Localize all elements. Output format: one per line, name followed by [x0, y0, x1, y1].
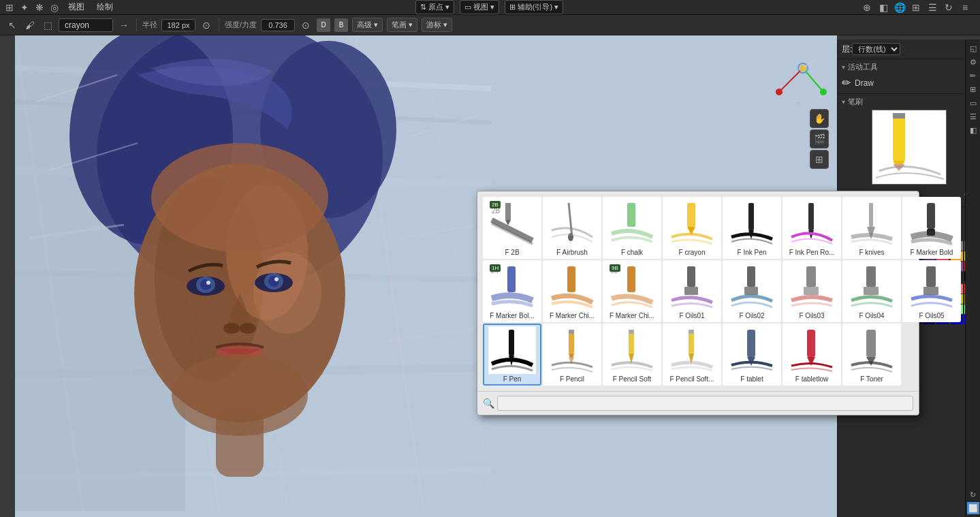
brush-item[interactable]: F tabletlow — [783, 324, 841, 386]
top-right-icon-5[interactable]: ☰ — [926, 1, 939, 14]
menu-icon-3[interactable]: ❋ — [33, 1, 46, 14]
rcol-icon-6[interactable]: ☰ — [967, 110, 979, 123]
svg-point-28 — [268, 276, 279, 287]
brush-item[interactable]: F Ink Pen — [723, 197, 781, 259]
camera-btn[interactable]: 🎬 — [810, 129, 829, 148]
cursor-icon[interactable]: ↖ — [5, 18, 19, 32]
svg-point-21 — [151, 143, 328, 252]
brush-item[interactable]: F Marker Bold — [902, 197, 961, 259]
svg-text:Y: Y — [796, 100, 800, 107]
brush-item[interactable]: F chalk — [603, 197, 661, 259]
rcol-icon-1[interactable]: ◱ — [967, 42, 979, 54]
d-icon-2[interactable]: B — [334, 18, 348, 32]
svg-point-46 — [820, 89, 827, 95]
radius-icon[interactable]: ⊙ — [200, 18, 213, 32]
rcol-icon-7[interactable]: ◧ — [967, 124, 979, 136]
brush-panel: 2B 2BF 2B F Airbrush F chalk F crayon F … — [477, 191, 919, 416]
brush-item[interactable]: F Pencil — [543, 324, 601, 386]
layer-header: 层: 行数(线) ▾ — [838, 40, 980, 59]
brush-item[interactable]: F Oils02 — [723, 260, 781, 322]
brush-item-label: F crayon — [665, 249, 718, 256]
strength-value[interactable]: 0.736 — [261, 19, 295, 31]
rcol-icon-bottom-1[interactable]: ↻ — [967, 488, 979, 501]
layer-select[interactable]: 行数(线) — [852, 43, 900, 55]
brush-item[interactable]: F tablet — [723, 324, 781, 386]
brush-item[interactable]: F Airbrush — [543, 197, 601, 259]
brush-item[interactable]: F Oils04 — [842, 260, 901, 322]
rcol-icon-4[interactable]: ⊞ — [967, 83, 979, 95]
svg-rect-58 — [505, 203, 511, 220]
brush-item[interactable]: F Oils03 — [783, 260, 841, 322]
menu-icon-4[interactable]: ◎ — [48, 1, 61, 14]
brush-item[interactable]: F crayon — [663, 197, 721, 259]
cursor-btn[interactable]: 游标 ▾ — [422, 18, 452, 32]
brush-item[interactable]: F Oils01 — [663, 260, 721, 322]
advanced-btn[interactable]: 高级 ▾ — [352, 18, 383, 32]
brush-thumbnail — [848, 326, 896, 374]
rcol-icon-5[interactable]: ▭ — [967, 97, 979, 109]
svg-rect-98 — [864, 287, 879, 295]
brush-item[interactable]: 9B 9BF Marker Chi... — [603, 260, 661, 322]
svg-rect-92 — [744, 287, 758, 295]
origin-dropdown[interactable]: ⇅ 原点 ▾ — [415, 0, 454, 14]
brush-search-input[interactable] — [497, 396, 913, 411]
menu-icon-1[interactable]: ⊞ — [3, 1, 16, 14]
brush-mode-icon[interactable]: 🖌 — [23, 18, 37, 32]
brush-item-label: F Oils04 — [845, 312, 898, 319]
divider-2 — [219, 18, 219, 32]
brush-item[interactable]: 2B 2BF 2B — [483, 197, 541, 259]
brush-item-label: F Ink Pen Ro... — [785, 249, 838, 256]
brush-item[interactable]: F Pencil Soft... — [663, 324, 721, 386]
top-right-icon-2[interactable]: ◧ — [876, 1, 890, 14]
svg-rect-51 — [893, 113, 905, 119]
rcol-icon-bottom-2[interactable]: ⬜ — [967, 502, 979, 514]
svg-point-44 — [776, 89, 783, 95]
svg-rect-95 — [804, 287, 819, 295]
brush-thumbnail — [788, 326, 836, 374]
brush-item[interactable]: F Pencil Soft — [603, 324, 661, 386]
active-tools-header[interactable]: ▾ 活动工具 — [842, 62, 976, 72]
guide-dropdown[interactable]: ⊞ 辅助(引导) ▾ — [505, 0, 563, 14]
view-icon: ▭ — [464, 3, 471, 12]
top-right-icon-4[interactable]: ⊞ — [909, 1, 923, 14]
brush-section-header[interactable]: ▾ 笔刷 — [842, 97, 976, 107]
active-tools-arrow: ▾ — [842, 63, 845, 71]
tool-select-icon[interactable]: ⬚ — [41, 18, 54, 32]
brush-item-label: F Oils02 — [725, 312, 778, 319]
grid-btn[interactable]: ⊞ — [810, 150, 829, 169]
top-right-icon-1[interactable]: ⊕ — [860, 1, 874, 14]
top-right-icon-7[interactable]: ≡ — [958, 1, 972, 14]
top-right-icon-3[interactable]: 🌐 — [893, 1, 906, 14]
radius-label: 半径 — [142, 20, 157, 30]
pan-btn[interactable]: ✋ — [810, 109, 829, 128]
d-icon-1[interactable]: D — [317, 18, 330, 32]
guide-chevron: ▾ — [554, 3, 558, 12]
rcol-icon-3[interactable]: ✏ — [967, 69, 979, 82]
menu-icon-2[interactable]: ✦ — [18, 1, 31, 14]
strength-icon[interactable]: ⊙ — [299, 18, 313, 32]
brush-btn[interactable]: 笔画 ▾ — [387, 18, 417, 32]
second-toolbar: ↖ 🖌 ⬚ crayon → 半径 182 px ⊙ 强度/力度 0.736 ⊙… — [0, 15, 980, 35]
view-dropdown[interactable]: ▭ 视图 ▾ — [460, 0, 499, 14]
brush-item[interactable]: F Pen — [483, 324, 541, 386]
menu-draw[interactable]: 绘制 — [91, 0, 118, 14]
svg-point-25 — [206, 281, 210, 285]
brush-item[interactable]: F Toner — [842, 324, 901, 386]
radius-value[interactable]: 182 px — [161, 19, 195, 31]
svg-rect-107 — [569, 330, 574, 334]
menu-view[interactable]: 视图 — [63, 0, 90, 14]
brush-item[interactable]: F knives — [842, 197, 901, 259]
svg-rect-34 — [216, 409, 264, 477]
tool-arrow-icon[interactable]: → — [117, 18, 131, 32]
top-right-icon-6[interactable]: ↻ — [942, 1, 955, 14]
svg-rect-119 — [747, 330, 755, 357]
brush-item[interactable]: F Marker Chi... — [543, 260, 601, 322]
svg-rect-50 — [893, 113, 905, 161]
brush-badge: 9B — [610, 264, 620, 272]
svg-rect-86 — [627, 266, 635, 292]
brush-item-label: F Pencil Soft — [605, 375, 659, 383]
brush-item[interactable]: F Oils05 — [902, 260, 961, 322]
rcol-icon-2[interactable]: ⚙ — [967, 56, 979, 68]
brush-item[interactable]: F Ink Pen Ro... — [783, 197, 841, 259]
brush-item[interactable]: 1H 1HF Marker Bol... — [483, 260, 541, 322]
